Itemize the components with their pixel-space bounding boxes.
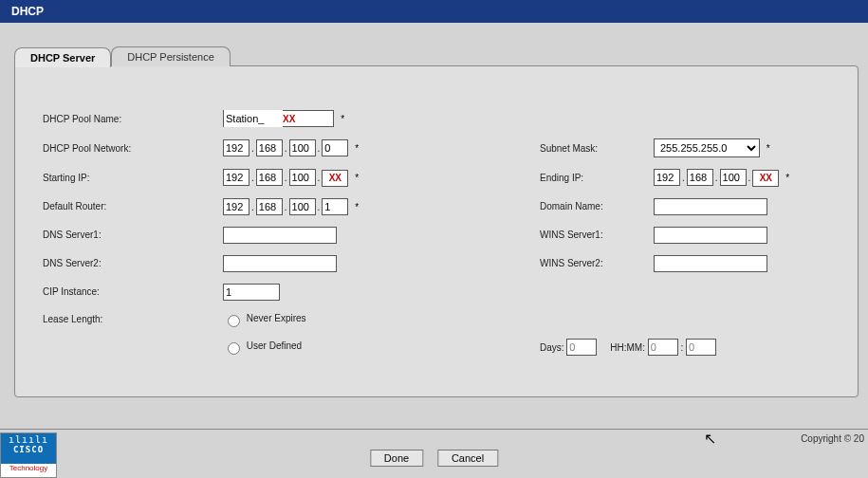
mm-input[interactable] — [686, 339, 716, 356]
router-oct-c[interactable] — [289, 198, 316, 215]
hh-input[interactable] — [648, 339, 678, 356]
net-oct-b[interactable] — [256, 139, 283, 156]
cisco-logo: ılıılı CISCO Technology — [0, 432, 57, 478]
tab-dhcp-server-label: DHCP Server — [30, 52, 95, 64]
dns2-input[interactable] — [223, 255, 337, 272]
label-hhmm: HH:MM: — [610, 342, 645, 353]
lease-user-label: User Defined — [247, 340, 302, 351]
dhcp-server-panel: DHCP Pool Name: XX * DHCP Pool Network: — [14, 65, 859, 397]
days-input[interactable] — [566, 339, 597, 356]
label-cip: CIP Instance: — [43, 286, 100, 297]
tab-dhcp-server[interactable]: DHCP Server — [14, 47, 111, 67]
required-marker: * — [763, 143, 770, 154]
end-oct-a[interactable] — [654, 169, 680, 186]
label-pool-network: DHCP Pool Network: — [43, 143, 131, 154]
page-title: DHCP — [11, 5, 44, 18]
lease-user-option[interactable]: User Defined — [223, 340, 302, 351]
router-oct-a[interactable] — [223, 198, 249, 215]
required-marker: * — [351, 173, 359, 183]
label-wins2: WINS Server2: — [540, 258, 603, 268]
dhcp-form: DHCP Pool Name: XX * DHCP Pool Network: — [39, 104, 834, 361]
hhmm-colon: : — [680, 342, 683, 353]
lease-never-option[interactable]: Never Expires — [223, 313, 306, 323]
label-domain-name: Domain Name: — [540, 201, 603, 211]
required-marker: * — [351, 202, 359, 212]
cancel-button[interactable]: Cancel — [437, 450, 498, 467]
end-oct-d-xx: XX — [760, 173, 772, 183]
start-oct-c[interactable] — [289, 169, 316, 186]
tab-strip: DHCP Server DHCP Persistence — [14, 46, 859, 66]
footer: ılıılı CISCO Technology Done Cancel Copy… — [0, 429, 868, 478]
lease-never-radio[interactable] — [228, 315, 240, 327]
dns1-input[interactable] — [223, 227, 337, 244]
label-lease: Lease Length: — [43, 314, 102, 324]
wins2-input[interactable] — [654, 255, 767, 272]
label-starting-ip: Starting IP: — [43, 173, 89, 183]
tab-dhcp-persistence-label: DHCP Persistence — [127, 51, 214, 63]
page-area: DHCP Server DHCP Persistence DHCP Pool N… — [0, 23, 868, 397]
label-default-router: Default Router: — [43, 201, 106, 211]
net-oct-c[interactable] — [289, 139, 316, 156]
done-button[interactable]: Done — [370, 450, 423, 467]
router-oct-b[interactable] — [256, 198, 283, 215]
subnet-mask-select[interactable]: 255.255.255.0 — [654, 138, 760, 157]
wins1-input[interactable] — [654, 227, 767, 244]
cip-input[interactable] — [223, 284, 280, 301]
net-oct-d[interactable] — [322, 139, 348, 156]
end-oct-b[interactable] — [687, 169, 713, 186]
end-oct-c[interactable] — [720, 169, 747, 186]
label-dns1: DNS Server1: — [43, 230, 102, 240]
label-pool-name: DHCP Pool Name: — [43, 114, 121, 124]
domain-name-input[interactable] — [654, 198, 767, 215]
start-oct-a[interactable] — [223, 169, 249, 186]
label-ending-ip: Ending IP: — [540, 173, 583, 183]
label-wins1: WINS Server1: — [540, 230, 603, 240]
tab-dhcp-persistence[interactable]: DHCP Persistence — [111, 46, 231, 66]
cisco-tech-label: Technology — [1, 464, 56, 472]
button-row: Done Cancel — [364, 450, 504, 467]
label-subnet-mask: Subnet Mask: — [540, 143, 598, 154]
net-oct-a[interactable] — [223, 139, 249, 156]
pool-name-input[interactable] — [224, 110, 283, 127]
copyright-text: Copyright © 20 — [801, 433, 864, 444]
start-oct-d-xx: XX — [329, 173, 342, 183]
pool-name-xx-marker: XX — [283, 114, 295, 124]
required-marker: * — [337, 114, 344, 124]
router-oct-d[interactable] — [322, 198, 348, 215]
required-marker: * — [782, 173, 789, 183]
lease-user-radio[interactable] — [228, 342, 240, 355]
dhcp-titlebar: DHCP — [0, 0, 868, 23]
label-dns2: DNS Server2: — [43, 258, 102, 268]
label-days: Days: — [540, 342, 564, 353]
required-marker: * — [351, 143, 359, 154]
lease-never-label: Never Expires — [247, 313, 306, 323]
start-oct-b[interactable] — [256, 169, 283, 186]
cisco-bars-icon: ılıılı CISCO — [1, 433, 56, 464]
